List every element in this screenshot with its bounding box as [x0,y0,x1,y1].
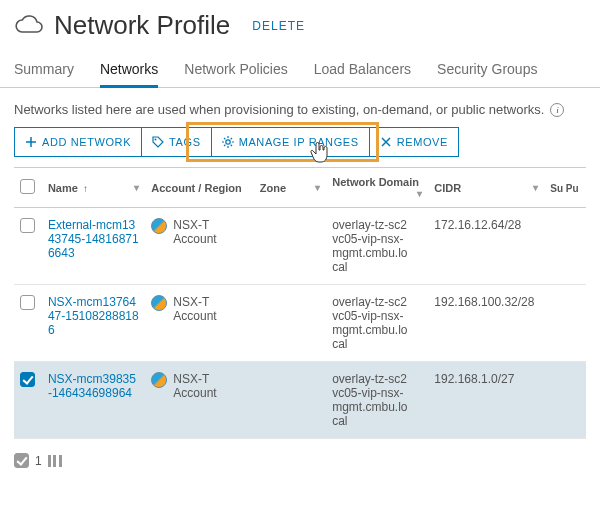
account-text: NSX-T Account [173,295,248,323]
toolbar: ADD NETWORK TAGS MANAGE IP RANGES REMOVE [0,127,600,167]
tab-networks[interactable]: Networks [100,53,158,87]
gear-icon [222,136,234,148]
delete-button[interactable]: DELETE [252,19,305,33]
cidr-text: 192.168.100.32/28 [434,295,534,309]
tab-security-groups[interactable]: Security Groups [437,53,537,87]
manage-ip-ranges-button[interactable]: MANAGE IP RANGES [212,127,370,157]
page-title: Network Profile [54,10,230,41]
row-checkbox[interactable] [20,295,35,310]
networks-table: Name ↑ ▾ Account / Region Zone▾ Network … [14,167,586,439]
col-domain[interactable]: Network Domain [332,176,419,188]
add-network-button[interactable]: ADD NETWORK [14,127,142,157]
row-checkbox[interactable] [20,218,35,233]
description-row: Networks listed here are used when provi… [0,88,600,127]
info-icon[interactable]: i [550,103,564,117]
sort-asc-icon[interactable]: ↑ [83,183,88,194]
tabs: Summary Networks Network Policies Load B… [0,53,600,88]
network-link[interactable]: NSX-mcm39835-146434698964 [48,372,136,400]
nsx-icon [151,295,167,311]
tag-icon [152,136,164,148]
tab-summary[interactable]: Summary [14,53,74,87]
table-row[interactable]: NSX-mcm1376447-151082888186 NSX-T Accoun… [14,285,586,362]
remove-button[interactable]: REMOVE [370,127,459,157]
domain-text: overlay-tz-sc2vc05-vip-nsx-mgmt.cmbu.loc… [332,295,412,351]
domain-text: overlay-tz-sc2vc05-vip-nsx-mgmt.cmbu.loc… [332,218,412,274]
svg-point-0 [155,139,157,141]
table-row[interactable]: NSX-mcm39835-146434698964 NSX-T Account … [14,362,586,439]
plus-icon [25,136,37,148]
filter-icon[interactable]: ▾ [134,182,139,193]
network-link[interactable]: External-mcm1343745-148168716643 [48,218,139,260]
network-link[interactable]: NSX-mcm1376447-151082888186 [48,295,139,337]
col-cidr[interactable]: CIDR [434,182,461,194]
col-zone[interactable]: Zone [260,182,286,194]
col-support[interactable]: Su Pu [550,183,578,194]
select-all-checkbox[interactable] [20,179,35,194]
selected-count: 1 [35,454,42,468]
filter-icon[interactable]: ▾ [533,182,538,193]
row-checkbox[interactable] [20,372,35,387]
footer-selected-indicator [14,453,29,468]
x-icon [380,136,392,148]
nsx-icon [151,218,167,234]
cidr-text: 172.16.12.64/28 [434,218,521,232]
col-account[interactable]: Account / Region [151,182,241,194]
tab-network-policies[interactable]: Network Policies [184,53,287,87]
filter-icon[interactable]: ▾ [417,188,422,199]
cidr-text: 192.168.1.0/27 [434,372,514,386]
description-text: Networks listed here are used when provi… [14,102,544,117]
account-text: NSX-T Account [173,372,248,400]
tags-button[interactable]: TAGS [142,127,212,157]
column-picker-icon[interactable] [48,455,62,467]
table-footer: 1 [0,449,600,478]
svg-point-1 [225,140,229,144]
filter-icon[interactable]: ▾ [315,182,320,193]
nsx-icon [151,372,167,388]
table-row[interactable]: External-mcm1343745-148168716643 NSX-T A… [14,208,586,285]
account-text: NSX-T Account [173,218,248,246]
domain-text: overlay-tz-sc2vc05-vip-nsx-mgmt.cmbu.loc… [332,372,412,428]
tab-load-balancers[interactable]: Load Balancers [314,53,411,87]
cloud-icon [14,14,44,38]
col-name[interactable]: Name [48,182,78,194]
